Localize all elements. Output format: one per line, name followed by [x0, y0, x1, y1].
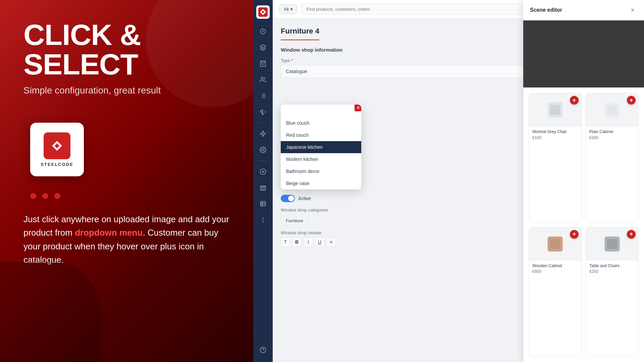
product-price: €800 [532, 269, 578, 274]
scene-editor-header: Scene editor × [523, 0, 644, 20]
logo-brand-text: STEELCODE [41, 162, 73, 167]
sidebar-item-add[interactable] [256, 165, 270, 178]
products-grid: + Minimal Grey Chair €100 + Plain Cabine… [523, 87, 644, 362]
dropdown-close-button[interactable]: × [355, 105, 361, 111]
svg-rect-26 [550, 105, 560, 115]
toolbar-t-icon[interactable]: T [281, 237, 290, 247]
product-info: Minimal Grey Chair €100 [529, 127, 581, 143]
active-toggle[interactable] [281, 195, 295, 202]
svg-rect-28 [607, 105, 617, 115]
sidebar-item-users[interactable] [256, 73, 270, 86]
sidebar-item-store[interactable] [256, 181, 270, 194]
dropdown-header: ▾ [281, 105, 361, 117]
headline: CLICK & SELECT [23, 20, 230, 79]
svg-rect-30 [550, 239, 560, 249]
svg-point-22 [263, 222, 263, 222]
sidebar-item-list[interactable] [256, 89, 270, 103]
dropdown-search-input[interactable] [285, 108, 355, 113]
product-add-button[interactable]: + [627, 230, 636, 239]
product-image: + [529, 93, 581, 127]
dropdown-item[interactable]: Bathroom decor [281, 165, 361, 177]
svg-point-4 [261, 77, 263, 80]
product-image: + [529, 227, 581, 261]
product-price: €300 [589, 135, 635, 140]
required-indicator: * [291, 58, 293, 63]
product-card: + Wooden Cabinet €800 [529, 227, 582, 357]
sidebar-item-megaphone[interactable] [256, 105, 270, 119]
svg-point-23 [260, 347, 266, 353]
sidebar-item-help[interactable] [256, 343, 270, 357]
dropdown-item[interactable]: Blue couch [281, 117, 361, 129]
sidebar-item-more[interactable] [256, 213, 270, 227]
sidebar-divider-2 [258, 161, 268, 161]
active-label: Active [298, 196, 311, 201]
left-panel: CLICK & SELECT Simple configuration, gre… [0, 0, 253, 362]
sidebar-item-table[interactable] [256, 197, 270, 210]
product-image: + [586, 93, 638, 127]
dropdown-list: Blue couchRed couchJapanese kitchenModer… [281, 117, 361, 189]
sidebar-divider-1 [258, 123, 268, 123]
sidebar-item-dashboard[interactable] [256, 25, 270, 38]
sidebar [253, 0, 273, 362]
product-info: Wooden Cabinet €800 [529, 261, 581, 277]
toolbar-italic-icon[interactable]: I [304, 237, 313, 247]
logo-container: STEELCODE [30, 123, 84, 176]
product-name: Plain Cabinet [589, 129, 635, 135]
right-panel: All ▾ Furniture 4 Window shop informatio… [253, 0, 644, 362]
subheadline: Simple configuration, great result [23, 85, 161, 96]
category-tag[interactable]: Furniture [281, 217, 308, 225]
dropdown-item[interactable]: Red couch [281, 129, 361, 141]
dropdown-item[interactable]: Japanese kitchen [281, 141, 361, 153]
product-card: + Table and Chairs €250 [586, 227, 639, 357]
dropdown-popup: × ▾ Blue couchRed couchJapanese kitchenM… [281, 105, 361, 189]
product-card: + Plain Cabinet €300 [586, 93, 639, 223]
sidebar-logo[interactable] [256, 5, 270, 19]
description-text: Just click anywhere on uploaded image an… [23, 213, 230, 266]
dropdown-item[interactable]: Beige vase [281, 177, 361, 189]
scene-editor-panel: Scene editor × + Minimal Grey Chair €100 [523, 0, 644, 362]
dot-2[interactable] [42, 193, 48, 199]
product-info: Plain Cabinet €300 [586, 127, 638, 143]
product-info: Table and Chairs €250 [586, 261, 638, 277]
sidebar-item-settings[interactable] [256, 143, 270, 157]
svg-point-12 [262, 149, 264, 151]
sidebar-item-layers[interactable] [256, 41, 270, 54]
svg-point-21 [263, 218, 263, 218]
sidebar-item-lightning[interactable] [256, 127, 270, 140]
sidebar-item-bag[interactable] [256, 57, 270, 70]
toolbar-bold-icon[interactable]: B [292, 237, 302, 247]
product-name: Wooden Cabinet [532, 263, 578, 269]
svg-rect-16 [261, 201, 266, 206]
page-title: Furniture 4 [281, 27, 319, 40]
toolbar-underline-icon[interactable]: U [315, 237, 324, 247]
svg-point-20 [263, 220, 263, 220]
scene-canvas [523, 20, 644, 87]
pagination-dots [30, 193, 60, 199]
filter-dropdown[interactable]: All ▾ [279, 4, 297, 14]
dot-1[interactable] [30, 193, 36, 199]
toolbar-align-icon[interactable]: ≡ [326, 237, 336, 247]
product-add-button[interactable]: + [570, 230, 579, 239]
product-price: €100 [532, 135, 578, 140]
product-add-button[interactable]: + [570, 96, 579, 105]
product-name: Table and Chairs [589, 263, 635, 269]
dropdown-item[interactable]: Modern kitchen [281, 153, 361, 165]
dot-3[interactable] [54, 193, 60, 199]
scene-editor-close-button[interactable]: × [628, 5, 637, 15]
filter-label: All [284, 7, 288, 12]
svg-rect-32 [607, 239, 617, 249]
product-name: Minimal Grey Chair [532, 129, 578, 135]
product-price: €250 [589, 269, 635, 274]
scene-editor-title: Scene editor [530, 7, 562, 13]
logo-icon [44, 132, 70, 159]
product-add-button[interactable]: + [627, 96, 636, 105]
product-card: + Minimal Grey Chair €100 [529, 93, 582, 223]
product-image: + [586, 227, 638, 261]
filter-chevron-icon: ▾ [290, 7, 293, 12]
svg-marker-11 [261, 131, 266, 137]
